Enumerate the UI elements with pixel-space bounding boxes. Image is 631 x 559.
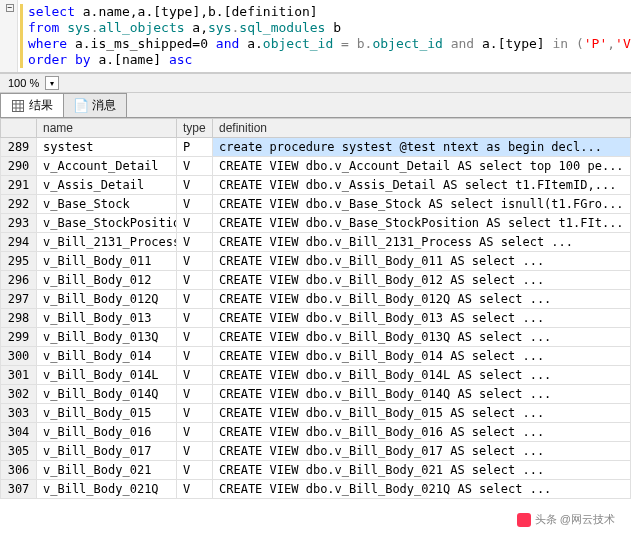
row-number[interactable]: 291 [1,176,37,195]
table-row[interactable]: 302v_Bill_Body_014QV CREATE VIEW dbo.v_B… [1,385,631,404]
cell-name[interactable]: v_Bill_Body_017 [37,442,177,461]
tab-results[interactable]: 结果 [0,93,64,117]
row-number[interactable]: 305 [1,442,37,461]
cell-definition[interactable]: CREATE VIEW dbo.v_Bill_Body_014Q AS sele… [213,385,631,404]
cell-name[interactable]: v_Bill_Body_014L [37,366,177,385]
row-number[interactable]: 306 [1,461,37,480]
cell-definition[interactable]: CREATE VIEW dbo.v_Bill_2131_Process AS s… [213,233,631,252]
cell-name[interactable]: v_Bill_Body_021 [37,461,177,480]
cell-name[interactable]: v_Bill_Body_013 [37,309,177,328]
collapse-toggle[interactable]: − [6,4,14,12]
cell-name[interactable]: v_Bill_2131_Process [37,233,177,252]
row-number[interactable]: 302 [1,385,37,404]
cell-definition[interactable]: CREATE VIEW dbo.v_Bill_Body_016 AS selec… [213,423,631,442]
cell-name[interactable]: v_Bill_Body_013Q [37,328,177,347]
table-row[interactable]: 298v_Bill_Body_013V CREATE VIEW dbo.v_Bi… [1,309,631,328]
cell-type[interactable]: V [177,385,213,404]
results-grid[interactable]: name type definition 289systestP create … [0,118,631,499]
table-row[interactable]: 292v_Base_StockV CREATE VIEW dbo.v_Base_… [1,195,631,214]
table-row[interactable]: 307v_Bill_Body_021QV CREATE VIEW dbo.v_B… [1,480,631,499]
row-number[interactable]: 292 [1,195,37,214]
row-number[interactable]: 293 [1,214,37,233]
table-row[interactable]: 303v_Bill_Body_015V CREATE VIEW dbo.v_Bi… [1,404,631,423]
cell-definition[interactable]: CREATE VIEW dbo.v_Bill_Body_017 AS selec… [213,442,631,461]
cell-type[interactable]: V [177,461,213,480]
row-number[interactable]: 299 [1,328,37,347]
cell-name[interactable]: v_Account_Detail [37,157,177,176]
cell-type[interactable]: V [177,271,213,290]
cell-definition[interactable]: CREATE VIEW dbo.v_Bill_Body_021Q AS sele… [213,480,631,499]
cell-type[interactable]: V [177,480,213,499]
sql-editor[interactable]: − select a.name,a.[type],b.[definition] … [0,0,631,73]
row-number[interactable]: 307 [1,480,37,499]
cell-definition[interactable]: CREATE VIEW dbo.v_Base_StockPosition AS … [213,214,631,233]
row-number[interactable]: 301 [1,366,37,385]
cell-name[interactable]: v_Base_StockPosition [37,214,177,233]
cell-definition[interactable]: CREATE VIEW dbo.v_Base_Stock AS select i… [213,195,631,214]
table-row[interactable]: 305v_Bill_Body_017V CREATE VIEW dbo.v_Bi… [1,442,631,461]
cell-definition[interactable]: CREATE VIEW dbo.v_Assis_Detail AS select… [213,176,631,195]
cell-definition[interactable]: create procedure systest @test ntext as … [213,138,631,157]
cell-definition[interactable]: CREATE VIEW dbo.v_Bill_Body_015 AS selec… [213,404,631,423]
cell-definition[interactable]: CREATE VIEW dbo.v_Bill_Body_014L AS sele… [213,366,631,385]
table-row[interactable]: 295v_Bill_Body_011V CREATE VIEW dbo.v_Bi… [1,252,631,271]
cell-type[interactable]: V [177,423,213,442]
cell-type[interactable]: V [177,347,213,366]
table-row[interactable]: 294v_Bill_2131_ProcessV CREATE VIEW dbo.… [1,233,631,252]
zoom-value[interactable]: 100 % [6,76,41,90]
header-definition[interactable]: definition [213,119,631,138]
table-row[interactable]: 299v_Bill_Body_013QV CREATE VIEW dbo.v_B… [1,328,631,347]
cell-name[interactable]: v_Bill_Body_012Q [37,290,177,309]
cell-type[interactable]: V [177,233,213,252]
cell-definition[interactable]: CREATE VIEW dbo.v_Bill_Body_013Q AS sele… [213,328,631,347]
row-number[interactable]: 294 [1,233,37,252]
cell-name[interactable]: v_Bill_Body_014Q [37,385,177,404]
tab-messages[interactable]: 📄 消息 [63,93,127,117]
table-row[interactable]: 297v_Bill_Body_012QV CREATE VIEW dbo.v_B… [1,290,631,309]
cell-definition[interactable]: CREATE VIEW dbo.v_Account_Detail AS sele… [213,157,631,176]
cell-name[interactable]: v_Bill_Body_016 [37,423,177,442]
table-row[interactable]: 300v_Bill_Body_014V CREATE VIEW dbo.v_Bi… [1,347,631,366]
header-rownum[interactable] [1,119,37,138]
zoom-dropdown[interactable]: ▾ [45,76,59,90]
row-number[interactable]: 304 [1,423,37,442]
cell-definition[interactable]: CREATE VIEW dbo.v_Bill_Body_011 AS selec… [213,252,631,271]
row-number[interactable]: 289 [1,138,37,157]
cell-name[interactable]: v_Bill_Body_011 [37,252,177,271]
header-name[interactable]: name [37,119,177,138]
cell-type[interactable]: V [177,366,213,385]
cell-definition[interactable]: CREATE VIEW dbo.v_Bill_Body_012 AS selec… [213,271,631,290]
table-row[interactable]: 290v_Account_DetailV CREATE VIEW dbo.v_A… [1,157,631,176]
table-row[interactable]: 304v_Bill_Body_016V CREATE VIEW dbo.v_Bi… [1,423,631,442]
row-number[interactable]: 295 [1,252,37,271]
cell-name[interactable]: v_Bill_Body_021Q [37,480,177,499]
table-row[interactable]: 291v_Assis_DetailV CREATE VIEW dbo.v_Ass… [1,176,631,195]
table-row[interactable]: 301v_Bill_Body_014LV CREATE VIEW dbo.v_B… [1,366,631,385]
cell-type[interactable]: V [177,195,213,214]
cell-name[interactable]: v_Bill_Body_015 [37,404,177,423]
table-row[interactable]: 296v_Bill_Body_012V CREATE VIEW dbo.v_Bi… [1,271,631,290]
cell-type[interactable]: V [177,252,213,271]
table-row[interactable]: 293v_Base_StockPositionV CREATE VIEW dbo… [1,214,631,233]
cell-type[interactable]: V [177,290,213,309]
cell-name[interactable]: v_Base_Stock [37,195,177,214]
cell-type[interactable]: V [177,176,213,195]
cell-type[interactable]: V [177,214,213,233]
cell-type[interactable]: V [177,309,213,328]
cell-name[interactable]: v_Bill_Body_014 [37,347,177,366]
cell-type[interactable]: P [177,138,213,157]
row-number[interactable]: 297 [1,290,37,309]
row-number[interactable]: 298 [1,309,37,328]
cell-definition[interactable]: CREATE VIEW dbo.v_Bill_Body_014 AS selec… [213,347,631,366]
header-type[interactable]: type [177,119,213,138]
cell-type[interactable]: V [177,442,213,461]
cell-name[interactable]: systest [37,138,177,157]
cell-type[interactable]: V [177,404,213,423]
cell-definition[interactable]: CREATE VIEW dbo.v_Bill_Body_013 AS selec… [213,309,631,328]
cell-definition[interactable]: CREATE VIEW dbo.v_Bill_Body_012Q AS sele… [213,290,631,309]
cell-name[interactable]: v_Bill_Body_012 [37,271,177,290]
cell-type[interactable]: V [177,157,213,176]
cell-definition[interactable]: CREATE VIEW dbo.v_Bill_Body_021 AS selec… [213,461,631,480]
table-row[interactable]: 306v_Bill_Body_021V CREATE VIEW dbo.v_Bi… [1,461,631,480]
cell-name[interactable]: v_Assis_Detail [37,176,177,195]
